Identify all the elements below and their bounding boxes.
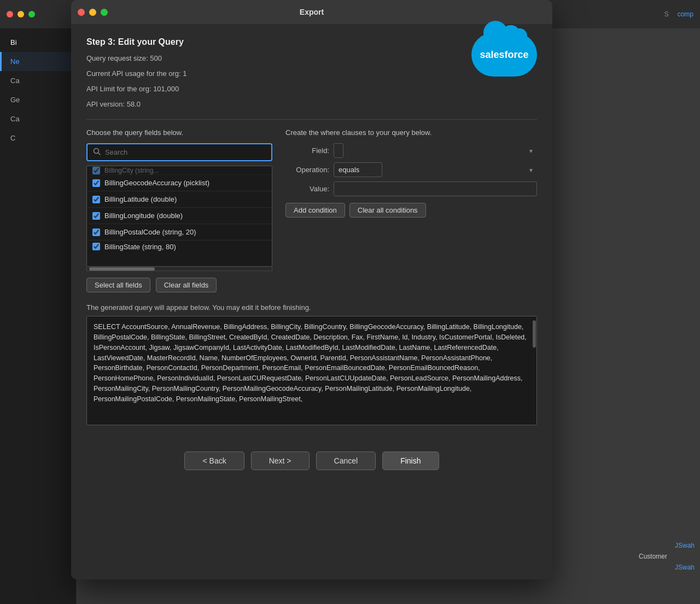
field-item-1[interactable]: BillingLatitude (double) bbox=[87, 191, 272, 208]
query-size-value: 500 bbox=[150, 54, 162, 62]
value-input[interactable] bbox=[334, 181, 537, 196]
bg-sidebar: Bi Ne Ca Ge Ca C bbox=[0, 28, 76, 152]
modal-body: Step 3: Edit your Query Query request si… bbox=[71, 24, 552, 441]
add-condition-button[interactable]: Add condition bbox=[285, 203, 345, 218]
field-label-4: BillingState (string, 80) bbox=[104, 243, 176, 251]
horizontal-scroll-thumb bbox=[89, 267, 155, 271]
api-limit-label: API Limit for the org: bbox=[86, 85, 151, 93]
operation-form-row: Operation: equals not equals less than g… bbox=[285, 162, 537, 177]
field-label-2: BillingLongitude (double) bbox=[104, 212, 183, 220]
traffic-light-yellow[interactable] bbox=[89, 9, 96, 16]
query-size-label: Query request size: bbox=[86, 54, 148, 62]
field-item-3[interactable]: BillingPostalCode (string, 20) bbox=[87, 224, 272, 241]
bg-search-hint: S bbox=[664, 10, 673, 18]
field-label: Field: bbox=[285, 146, 329, 155]
salesforce-logo: salesforce bbox=[471, 33, 537, 82]
api-usage-info: Current API usage for the org: 1 bbox=[86, 68, 537, 80]
bg-titlebar bbox=[0, 0, 76, 28]
field-select[interactable] bbox=[334, 143, 343, 158]
api-limit-info: API Limit for the org: 101,000 bbox=[86, 83, 537, 95]
partial-field-label: BillingCity (string... bbox=[104, 167, 159, 174]
operation-select[interactable]: equals not equals less than greater than… bbox=[334, 162, 382, 177]
query-section-label: The generated query will appear below. Y… bbox=[86, 303, 537, 312]
bg-jswah2: JSwah bbox=[675, 564, 695, 571]
finish-button[interactable]: Finish bbox=[382, 451, 439, 470]
operation-select-arrow: ▼ bbox=[528, 167, 534, 173]
bg-dot-green bbox=[28, 11, 35, 17]
field-checkbox-0[interactable] bbox=[92, 179, 100, 187]
search-icon bbox=[93, 148, 101, 157]
export-modal: Export Step 3: Edit your Query Query req… bbox=[71, 0, 552, 579]
condition-buttons: Add condition Clear all conditions bbox=[285, 203, 537, 218]
divider-1 bbox=[86, 119, 537, 120]
field-checkbox-list[interactable]: BillingCity (string... BillingGeocodeAcc… bbox=[86, 166, 272, 267]
field-action-buttons: Select all fields Clear all fields bbox=[86, 278, 272, 292]
bg-comp-label: comp bbox=[678, 10, 693, 18]
field-label-3: BillingPostalCode (string, 20) bbox=[104, 228, 196, 236]
clear-conditions-button[interactable]: Clear all conditions bbox=[349, 203, 426, 218]
svg-line-1 bbox=[98, 153, 101, 155]
background-left-panel: Bi Ne Ca Ge Ca C bbox=[0, 0, 77, 604]
query-textarea-wrapper bbox=[86, 316, 537, 427]
modal-titlebar: Export bbox=[71, 0, 552, 24]
bg-sidebar-item-ge: Ge bbox=[0, 90, 76, 109]
right-column: Create the where clauses to your query b… bbox=[285, 128, 537, 292]
field-select-arrow: ▼ bbox=[528, 148, 534, 154]
field-item-0[interactable]: BillingGeocodeAccuracy (picklist) bbox=[87, 175, 272, 191]
sf-cloud-shape: salesforce bbox=[471, 33, 537, 77]
two-col-layout: Choose the query fields below. bbox=[86, 128, 537, 292]
field-label-0: BillingGeocodeAccuracy (picklist) bbox=[104, 179, 209, 187]
traffic-light-red[interactable] bbox=[78, 9, 85, 16]
meta-info: Query request size: 500 bbox=[86, 52, 537, 64]
right-col-label: Create the where clauses to your query b… bbox=[285, 128, 537, 137]
api-usage-value: 1 bbox=[183, 69, 186, 78]
value-form-row: Value: bbox=[285, 181, 537, 196]
traffic-lights bbox=[78, 9, 108, 16]
horizontal-scrollbar[interactable] bbox=[86, 267, 272, 271]
search-input[interactable] bbox=[105, 148, 266, 156]
bg-sidebar-item-ne: Ne bbox=[0, 52, 76, 71]
bg-dot-yellow bbox=[18, 11, 24, 17]
left-col-label: Choose the query fields below. bbox=[86, 128, 272, 137]
field-checkbox-3[interactable] bbox=[92, 228, 100, 236]
query-textarea[interactable] bbox=[86, 316, 537, 425]
query-scrollbar-thumb bbox=[533, 320, 536, 348]
modal-title: Export bbox=[300, 8, 324, 16]
back-button[interactable]: < Back bbox=[184, 451, 244, 470]
bg-customer-label: Customer bbox=[639, 553, 667, 560]
field-item-4-partial[interactable]: BillingState (string, 80) bbox=[87, 241, 272, 253]
step-heading: Step 3: Edit your Query bbox=[86, 37, 537, 47]
clear-all-fields-button[interactable]: Clear all fields bbox=[156, 278, 217, 292]
query-section: The generated query will appear below. Y… bbox=[86, 303, 537, 427]
field-checkbox-1[interactable] bbox=[92, 196, 100, 203]
select-all-fields-button[interactable]: Select all fields bbox=[86, 278, 150, 292]
operation-select-wrapper: equals not equals less than greater than… bbox=[334, 162, 537, 177]
search-box[interactable] bbox=[86, 143, 272, 161]
operation-label: Operation: bbox=[285, 166, 329, 174]
cancel-button[interactable]: Cancel bbox=[316, 451, 376, 470]
field-label-1: BillingLatitude (double) bbox=[104, 195, 177, 203]
field-checkbox-2[interactable] bbox=[92, 212, 100, 220]
api-version-label: API version: bbox=[86, 100, 125, 108]
next-button[interactable]: Next > bbox=[251, 451, 310, 470]
field-item-2[interactable]: BillingLongitude (double) bbox=[87, 208, 272, 224]
field-form-row: Field: ▼ bbox=[285, 143, 537, 158]
bg-sidebar-item-ca2: Ca bbox=[0, 109, 76, 128]
api-version-value: 58.0 bbox=[127, 100, 141, 108]
partial-field-checkbox[interactable] bbox=[92, 167, 100, 174]
value-label: Value: bbox=[285, 185, 329, 193]
api-limit-value: 101,000 bbox=[153, 85, 179, 93]
bg-jswah1: JSwah bbox=[675, 542, 695, 549]
bg-sidebar-item-bi: Bi bbox=[0, 33, 76, 52]
bg-sidebar-item-ca: Ca bbox=[0, 71, 76, 90]
sf-cloud-text: salesforce bbox=[480, 49, 528, 61]
api-version-info: API version: 58.0 bbox=[86, 98, 537, 110]
partial-field-item[interactable]: BillingCity (string... bbox=[87, 166, 272, 175]
api-usage-label: Current API usage for the org: bbox=[86, 69, 181, 78]
bg-sidebar-item-c: C bbox=[0, 128, 76, 148]
field-select-wrapper: ▼ bbox=[334, 143, 537, 158]
bg-dot-red bbox=[7, 11, 13, 17]
modal-footer: < Back Next > Cancel Finish bbox=[71, 441, 552, 483]
traffic-light-green[interactable] bbox=[101, 9, 108, 16]
field-checkbox-4[interactable] bbox=[92, 243, 100, 250]
